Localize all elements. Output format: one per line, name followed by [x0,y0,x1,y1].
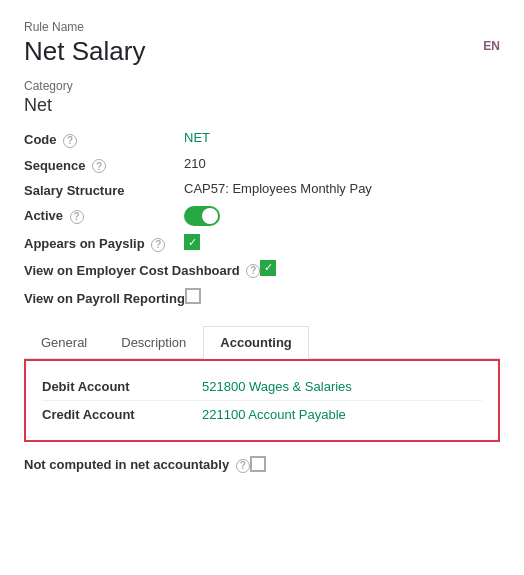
payroll-reporting-checkbox[interactable] [185,288,201,304]
field-sequence: Sequence ? 210 [24,156,500,174]
field-salary-structure: Salary Structure CAP57: Employees Monthl… [24,181,500,198]
category-value: Net [24,95,500,116]
bottom-section: Not computed in net accountably ? [24,456,500,474]
not-computed-field: Not computed in net accountably ? [24,456,500,474]
field-sequence-label: Sequence ? [24,156,184,174]
help-icon-employer-cost[interactable]: ? [246,264,260,278]
help-icon-not-computed[interactable]: ? [236,459,250,473]
field-employer-cost-label: View on Employer Cost Dashboard ? [24,260,260,280]
employer-cost-checkbox[interactable] [260,260,276,276]
tabs-container: General Description Accounting [24,326,500,359]
rule-name-label: Rule Name [24,20,500,34]
field-sequence-value: 210 [184,156,206,171]
tab-general[interactable]: General [24,326,104,359]
field-employer-cost: View on Employer Cost Dashboard ? [24,260,500,280]
credit-account-value[interactable]: 221100 Account Payable [202,407,346,422]
category-label: Category [24,79,500,93]
credit-account-label: Credit Account [42,407,202,422]
field-payroll-reporting: View on Payroll Reporting [24,288,500,308]
field-code-value: NET [184,130,210,145]
en-badge[interactable]: EN [483,39,500,53]
field-salary-structure-value: CAP57: Employees Monthly Pay [184,181,372,196]
tab-accounting[interactable]: Accounting [203,326,309,359]
field-salary-structure-label: Salary Structure [24,181,184,198]
field-code: Code ? NET [24,130,500,148]
help-icon-payslip[interactable]: ? [151,238,165,252]
field-code-label: Code ? [24,130,184,148]
not-computed-checkbox[interactable] [250,456,266,472]
rule-name-title: Net Salary [24,36,500,67]
not-computed-label: Not computed in net accountably ? [24,456,250,474]
active-toggle[interactable] [184,206,220,226]
field-active-label: Active ? [24,206,184,224]
appears-on-payslip-checkbox[interactable] [184,234,200,250]
help-icon-code[interactable]: ? [63,134,77,148]
accounting-section: Debit Account 521800 Wages & Salaries Cr… [24,359,500,442]
debit-account-row: Debit Account 521800 Wages & Salaries [42,373,482,401]
credit-account-row: Credit Account 221100 Account Payable [42,401,482,428]
debit-account-value[interactable]: 521800 Wages & Salaries [202,379,352,394]
debit-account-label: Debit Account [42,379,202,394]
field-appears-on-payslip-label: Appears on Payslip ? [24,234,184,252]
tab-description[interactable]: Description [104,326,203,359]
field-payroll-reporting-label: View on Payroll Reporting [24,288,185,308]
field-active: Active ? [24,206,500,226]
field-appears-on-payslip: Appears on Payslip ? [24,234,500,252]
help-icon-active[interactable]: ? [70,210,84,224]
help-icon-sequence[interactable]: ? [92,159,106,173]
